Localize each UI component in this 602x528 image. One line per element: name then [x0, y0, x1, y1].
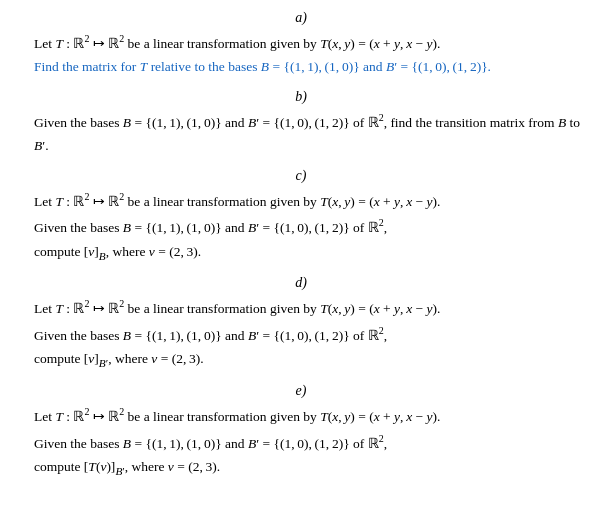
- section-b-label: b): [20, 89, 582, 105]
- section-c-line-1: Let T : ℝ2 ↦ ℝ2 be a linear transformati…: [34, 188, 582, 213]
- section-e-line-3: compute [T(v)]B′, where v = (2, 3).: [34, 456, 582, 481]
- section-d: d) Let T : ℝ2 ↦ ℝ2 be a linear transform…: [20, 275, 582, 373]
- section-d-line-1: Let T : ℝ2 ↦ ℝ2 be a linear transformati…: [34, 295, 582, 320]
- section-c-line-3: compute [v]B, where v = (2, 3).: [34, 241, 582, 266]
- section-e: e) Let T : ℝ2 ↦ ℝ2 be a linear transform…: [20, 383, 582, 481]
- section-c-label: c): [20, 168, 582, 184]
- section-b: b) Given the bases B = {(1, 1), (1, 0)} …: [20, 89, 582, 157]
- section-c: c) Let T : ℝ2 ↦ ℝ2 be a linear transform…: [20, 168, 582, 266]
- section-c-content: Let T : ℝ2 ↦ ℝ2 be a linear transformati…: [34, 188, 582, 266]
- section-c-line-2: Given the bases B = {(1, 1), (1, 0)} and…: [34, 214, 582, 239]
- section-d-line-3: compute [v]B′, where v = (2, 3).: [34, 348, 582, 373]
- section-d-label: d): [20, 275, 582, 291]
- section-a-line-2: Find the matrix for T relative to the ba…: [34, 56, 582, 79]
- section-a-content: Let T : ℝ2 ↦ ℝ2 be a linear transformati…: [34, 30, 582, 79]
- section-b-line-1: Given the bases B = {(1, 1), (1, 0)} and…: [34, 109, 582, 157]
- section-e-content: Let T : ℝ2 ↦ ℝ2 be a linear transformati…: [34, 403, 582, 481]
- section-e-line-1: Let T : ℝ2 ↦ ℝ2 be a linear transformati…: [34, 403, 582, 428]
- section-a-line-1: Let T : ℝ2 ↦ ℝ2 be a linear transformati…: [34, 30, 582, 55]
- section-a: a) Let T : ℝ2 ↦ ℝ2 be a linear transform…: [20, 10, 582, 79]
- section-d-content: Let T : ℝ2 ↦ ℝ2 be a linear transformati…: [34, 295, 582, 373]
- section-e-line-2: Given the bases B = {(1, 1), (1, 0)} and…: [34, 430, 582, 455]
- page-container: a) Let T : ℝ2 ↦ ℝ2 be a linear transform…: [20, 10, 582, 481]
- section-d-line-2: Given the bases B = {(1, 1), (1, 0)} and…: [34, 322, 582, 347]
- section-e-label: e): [20, 383, 582, 399]
- section-b-content: Given the bases B = {(1, 1), (1, 0)} and…: [34, 109, 582, 157]
- section-a-label: a): [20, 10, 582, 26]
